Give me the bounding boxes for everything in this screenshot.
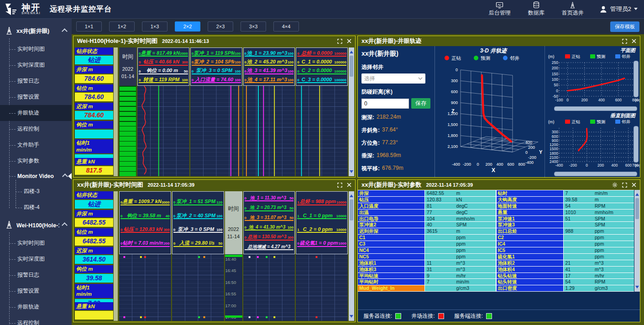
- logo-zh: 神开: [21, 4, 41, 11]
- distance-input[interactable]: [361, 99, 409, 109]
- sidebar-item[interactable]: 实时深度图: [0, 251, 72, 267]
- param-unit: ppm: [595, 241, 634, 247]
- save-template-button[interactable]: 保存模板: [610, 21, 639, 32]
- info-value: 37.64°: [382, 126, 398, 134]
- param-name: 泵冲速1: [497, 216, 564, 222]
- vertical-slider[interactable]: [634, 61, 639, 97]
- sidebar-item[interactable]: 报警日志: [0, 267, 72, 283]
- sidebar-collapse-handle[interactable]: [65, 173, 72, 179]
- scroll-thumb[interactable]: [350, 199, 353, 220]
- save-button[interactable]: 保存: [411, 98, 430, 109]
- param-name: 钻压: [358, 197, 425, 203]
- param-unit: m: [595, 197, 634, 203]
- time-chart-content: 钻井状态钻进井深 m784.60钻位 m784.60迟深 m784.60钩位 m…: [73, 46, 355, 177]
- sidebar-item[interactable]: 四楼-4: [0, 199, 72, 215]
- panel-titlebar: xx井(新井眼)-实时参数 2022-11-14 17:05:39: [358, 180, 640, 190]
- sidebar-item[interactable]: 四楼-3: [0, 183, 72, 199]
- sidebar-item[interactable]: 井眼轨迹: [0, 105, 72, 121]
- nav-admin[interactable]: 后台管理: [489, 2, 511, 17]
- param-value: 54: [564, 279, 595, 285]
- sidebar-item[interactable]: 实时时间图: [0, 41, 72, 57]
- sidebar-item[interactable]: 远程控制: [0, 315, 72, 325]
- param-row: IC5ppm: [497, 247, 634, 254]
- sidebar-well[interactable]: Wei-H100(Hole-1): [0, 215, 72, 235]
- table-scrollbar[interactable]: [634, 190, 640, 292]
- layout-3x3-button[interactable]: 3×3: [241, 21, 266, 31]
- curve-label: 总池增减 = 4.27 m^3: [245, 244, 294, 251]
- close-icon[interactable]: [632, 183, 636, 187]
- time-tick-label: 16:50: [225, 280, 236, 285]
- status-label: 钻位 m: [75, 84, 113, 92]
- gear-icon[interactable]: [612, 182, 618, 188]
- scale-max: 100: [235, 52, 241, 56]
- scroll-down-icon[interactable]: [350, 315, 353, 320]
- time-column: 时间202211-1416:4016:4516:5016:5517:0017:0…: [225, 191, 242, 321]
- vertical-slider[interactable]: [634, 126, 639, 162]
- curve-name-value: 池_3 = 31.07 m^3: [246, 215, 289, 220]
- param-unit: SPM: [595, 216, 634, 222]
- scroll-up-icon[interactable]: [350, 193, 353, 197]
- curve-name-value: 总烃 = 988 ppm: [299, 199, 336, 204]
- sidebar-item[interactable]: 实时参数: [0, 153, 72, 169]
- param-value: 7: [425, 279, 456, 285]
- param-value: [425, 241, 456, 247]
- layout-1x3-button[interactable]: 1×3: [142, 21, 168, 31]
- sidebar-item[interactable]: 报警设置: [0, 283, 72, 299]
- horizontal-slider[interactable]: [554, 106, 637, 111]
- vertical-scrollbar[interactable]: [349, 191, 354, 321]
- sidebar-group[interactable]: Monitor Video: [0, 169, 72, 183]
- expand-icon[interactable]: [622, 183, 627, 188]
- status-scrollbar[interactable]: [114, 191, 118, 321]
- status-value: 钻进: [75, 200, 113, 209]
- scroll-thumb[interactable]: [350, 56, 353, 77]
- time-date: 202211-14: [227, 226, 240, 241]
- close-icon[interactable]: [347, 183, 351, 187]
- info-value: 1968.59m: [377, 152, 401, 160]
- horizontal-slider[interactable]: [554, 172, 637, 176]
- layout-4x4-button[interactable]: 4×4: [273, 21, 299, 31]
- sidebar-well[interactable]: xx井(新井眼): [0, 21, 72, 41]
- sidebar-item[interactable]: 远程控制: [0, 121, 72, 137]
- scroll-up-icon[interactable]: [350, 49, 353, 53]
- sidebar-item[interactable]: 实时深度图: [0, 57, 72, 73]
- curve-name-value: 池_1 = 23.90 m^3: [246, 50, 288, 56]
- scroll-down-icon[interactable]: [350, 170, 353, 175]
- param-name: 迟到井深: [358, 228, 425, 234]
- expand-icon[interactable]: [337, 39, 342, 44]
- layout-2x2-button[interactable]: 2×2: [175, 21, 200, 31]
- chevron-down-icon: [634, 8, 638, 12]
- svg-text:正钻: 正钻: [571, 119, 581, 124]
- close-icon[interactable]: [632, 39, 636, 43]
- layout-1x1-button[interactable]: 1×1: [76, 21, 102, 31]
- close-icon[interactable]: [347, 39, 351, 43]
- user-menu[interactable]: 管理员2: [599, 5, 638, 13]
- param-name: 大钩高度: [497, 197, 564, 203]
- status-label: 迟深 m: [75, 103, 113, 110]
- trajectory-info-row: 视平移:676.79m: [361, 165, 431, 173]
- scale-max: 100: [288, 60, 293, 64]
- sidebar-item[interactable]: 报警设置: [0, 89, 72, 105]
- param-name: 出口总烃: [497, 228, 564, 234]
- trajectory-info-row: 井斜角:37.64°: [361, 126, 431, 134]
- svg-text:平面图: 平面图: [620, 47, 636, 53]
- chevron-down-icon: [418, 77, 423, 80]
- param-name: 硫化氢1: [497, 254, 564, 260]
- expand-icon[interactable]: [337, 183, 342, 188]
- vertical-scrollbar[interactable]: [349, 47, 354, 176]
- layout-1x2-button[interactable]: 1×2: [109, 21, 135, 31]
- scale-max: 100000: [334, 60, 346, 64]
- neighbor-select[interactable]: 选择: [361, 73, 425, 84]
- curve-name-value: 总池增减 = 4.27 m^3: [245, 244, 294, 250]
- scale-max: 1000: [338, 241, 346, 246]
- svg-text:400: 400: [496, 162, 503, 167]
- sidebar-item[interactable]: 文件助手: [0, 137, 72, 153]
- status-scrollbar[interactable]: [114, 47, 118, 176]
- panel-timestamp: 2022-11-14 17:05:39: [147, 182, 194, 188]
- expand-icon[interactable]: [622, 39, 627, 44]
- sidebar-item[interactable]: 报警日志: [0, 73, 72, 89]
- nav-well-select[interactable]: 首页选井: [562, 1, 584, 17]
- layout-2x3-button[interactable]: 2×3: [208, 21, 233, 31]
- sidebar-item[interactable]: 实时时间图: [0, 235, 72, 251]
- nav-database[interactable]: 数据库: [528, 1, 545, 17]
- sidebar-item[interactable]: 井眼轨迹: [0, 299, 72, 315]
